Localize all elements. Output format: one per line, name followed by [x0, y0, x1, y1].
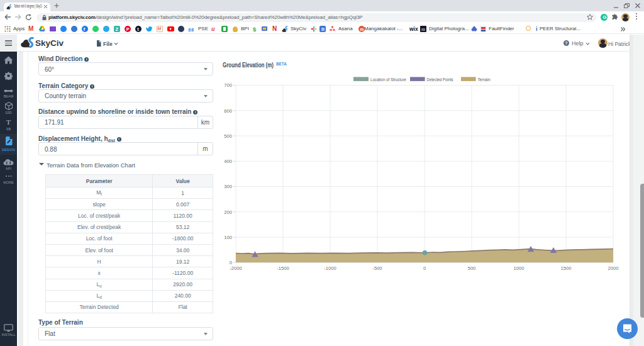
- svg-text:Detected Points: Detected Points: [427, 77, 453, 82]
- svg-text:Talbot mill-0 degree | SkyCi: Talbot mill-0 degree | SkyCi: [14, 4, 42, 9]
- svg-text:-1000: -1000: [324, 265, 336, 271]
- svg-text:Location of Structure: Location of Structure: [370, 77, 406, 82]
- svg-text:700: 700: [224, 82, 232, 88]
- svg-text:600: 600: [224, 108, 232, 114]
- svg-text:0: 0: [423, 265, 426, 271]
- svg-text:Ground Elevation (m): Ground Elevation (m): [223, 62, 274, 69]
- svg-text:-500: -500: [372, 265, 382, 271]
- svg-text:-1500: -1500: [277, 265, 289, 271]
- svg-text:-2000: -2000: [230, 265, 242, 271]
- svg-text:BETA: BETA: [276, 62, 287, 66]
- svg-text:200: 200: [224, 209, 232, 215]
- svg-text:500: 500: [224, 133, 232, 139]
- svg-text:100: 100: [224, 235, 232, 240]
- svg-text:1000: 1000: [514, 265, 525, 271]
- svg-text:Terrain: Terrain: [478, 77, 491, 82]
- svg-text:1500: 1500: [561, 265, 572, 271]
- svg-text:2000: 2000: [608, 265, 619, 271]
- svg-text:400: 400: [224, 159, 232, 164]
- svg-text:300: 300: [224, 184, 232, 189]
- svg-text:500: 500: [468, 265, 476, 271]
- svg-text:0: 0: [230, 260, 232, 265]
